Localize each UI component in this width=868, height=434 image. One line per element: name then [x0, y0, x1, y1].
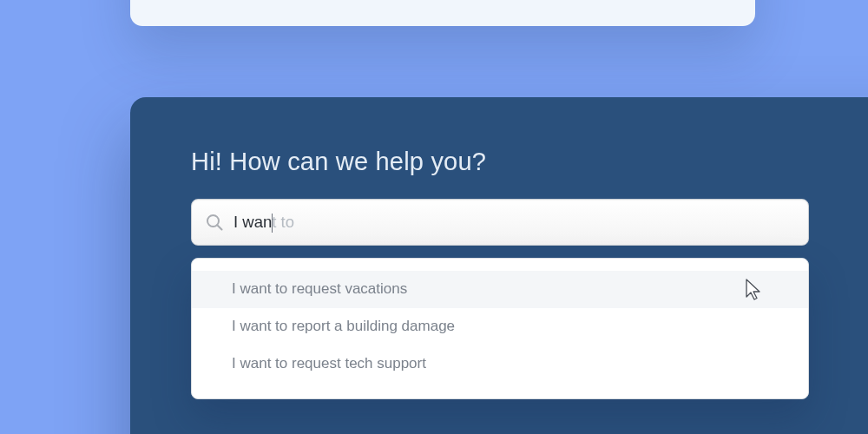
- search-ghost-completion: t to: [272, 213, 294, 231]
- svg-line-1: [217, 225, 221, 229]
- search-area: I want to I want to request vacations I …: [191, 199, 809, 399]
- background-card-fragment: [130, 0, 755, 26]
- search-typed-text: I wan: [233, 213, 272, 231]
- search-text[interactable]: I want to: [233, 214, 796, 231]
- help-panel: Hi! How can we help you? I want to I wan…: [130, 97, 868, 434]
- suggestion-item[interactable]: I want to report a building damage: [192, 308, 808, 345]
- search-input[interactable]: I want to: [191, 199, 809, 246]
- greeting-heading: Hi! How can we help you?: [191, 148, 868, 176]
- suggestions-dropdown: I want to request vacations I want to re…: [191, 258, 809, 399]
- suggestion-item[interactable]: I want to request tech support: [192, 345, 808, 383]
- suggestion-item[interactable]: I want to request vacations: [192, 271, 808, 308]
- text-caret: [272, 214, 273, 233]
- search-icon: [204, 212, 225, 233]
